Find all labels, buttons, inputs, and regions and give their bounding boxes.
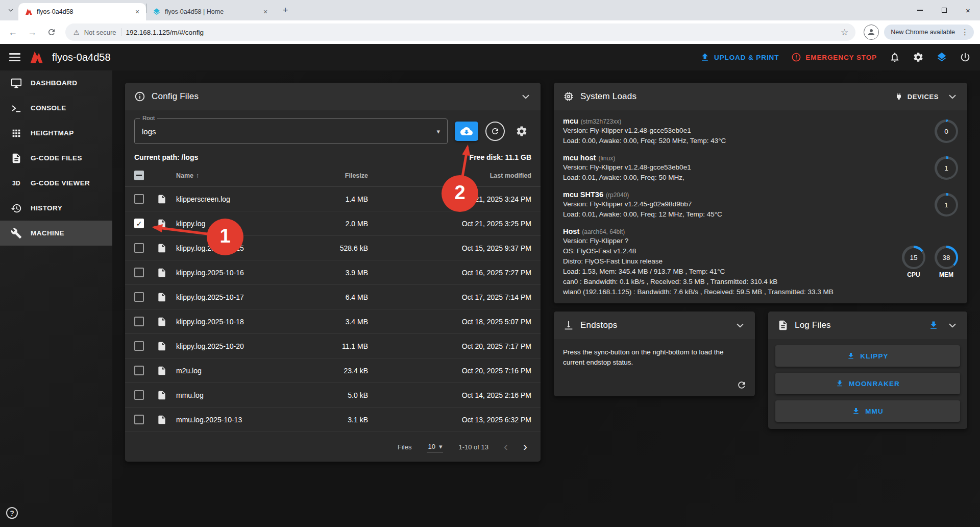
- row-checkbox[interactable]: [134, 366, 144, 375]
- heightmap-grid-icon: [11, 128, 22, 139]
- mcu-load-line: Load: 0.01, Awake: 0.00, Freq: 12 MHz, T…: [563, 209, 893, 220]
- window-controls: ×: [908, 0, 980, 20]
- row-checkbox[interactable]: [134, 194, 144, 204]
- file-settings-button[interactable]: [512, 122, 531, 141]
- root-select[interactable]: Root logs ▾: [134, 118, 448, 144]
- root-select-value: logs: [142, 127, 156, 136]
- log-files-title: Log Files: [795, 320, 831, 330]
- forward-button[interactable]: →: [23, 23, 41, 41]
- power-icon[interactable]: [960, 52, 971, 63]
- host-arch: (aarch64, 64bit): [582, 228, 625, 235]
- download-moonraker-log-button[interactable]: MOONRAKER: [775, 373, 960, 394]
- collapse-chevron-icon[interactable]: [734, 320, 746, 331]
- emergency-stop-button[interactable]: EMERGENCY STOP: [791, 52, 877, 62]
- bookmark-star-icon[interactable]: ☆: [839, 27, 850, 38]
- collapse-chevron-icon[interactable]: [947, 91, 958, 102]
- file-size: 5.0 kB: [307, 391, 368, 399]
- reload-button[interactable]: [43, 23, 60, 41]
- sidebar-item-gcode-files[interactable]: G-CODE FILES: [0, 146, 112, 171]
- next-page-button[interactable]: ›: [523, 441, 527, 453]
- settings-gear-icon[interactable]: [913, 52, 924, 63]
- download-all-logs-icon[interactable]: [928, 320, 939, 330]
- security-label[interactable]: Not secure: [84, 29, 116, 36]
- table-row[interactable]: mmu.log.2025-10-13 3.1 kB Oct 13, 2025 6…: [125, 408, 541, 432]
- row-checkbox[interactable]: [134, 268, 144, 277]
- prev-page-button[interactable]: ‹: [504, 441, 508, 453]
- table-row[interactable]: klippy.log 2.0 MB Oct 21, 2025 3:25 PM: [125, 211, 541, 236]
- sidebar-item-heightmap[interactable]: HEIGHTMAP: [0, 121, 112, 146]
- devices-button[interactable]: DEVICES: [895, 92, 939, 101]
- endstop-sync-button[interactable]: [737, 380, 747, 390]
- chrome-update-button[interactable]: New Chrome available ⋮: [884, 25, 974, 40]
- select-all-checkbox[interactable]: [134, 171, 144, 180]
- table-row[interactable]: mmu.log 5.0 kB Oct 14, 2025 2:16 PM: [125, 383, 541, 408]
- console-icon: [11, 103, 22, 114]
- menu-hamburger-icon[interactable]: [9, 53, 20, 61]
- table-row[interactable]: klipperscreen.log 1.4 MB Oct 21, 2025 3:…: [125, 187, 541, 211]
- download-mmu-log-button[interactable]: MMU: [775, 400, 960, 422]
- window-minimize-button[interactable]: [908, 0, 932, 20]
- back-button[interactable]: ←: [4, 23, 21, 41]
- host-load-line: Load: 1.53, Mem: 345.4 MB / 913.7 MB , T…: [563, 267, 893, 277]
- file-modified: Oct 16, 2025 7:27 PM: [445, 269, 531, 277]
- system-loads-title: System Loads: [580, 91, 636, 102]
- tab-close-icon[interactable]: ×: [133, 7, 142, 16]
- file-size: 23.4 kB: [307, 367, 368, 375]
- sidebar-item-machine[interactable]: MACHINE: [0, 221, 112, 246]
- flyos-logo-icon: [29, 50, 44, 65]
- table-row[interactable]: m2u.log 23.4 kB Oct 20, 2025 7:16 PM: [125, 358, 541, 383]
- sidebar-item-dashboard[interactable]: DASHBOARD: [0, 70, 112, 95]
- row-checkbox[interactable]: [134, 341, 144, 351]
- row-checkbox[interactable]: [134, 317, 144, 326]
- theme-layers-icon[interactable]: [936, 52, 947, 63]
- mcu-name: mcu host: [563, 154, 596, 162]
- url-bar[interactable]: ⚠ Not secure 192.168.1.125/m/#/config ☆: [65, 23, 855, 41]
- window-close-button[interactable]: ×: [956, 0, 980, 20]
- help-button[interactable]: ?: [6, 507, 18, 519]
- table-row[interactable]: klippy.log.2025-10-17 6.4 MB Oct 17, 202…: [125, 285, 541, 309]
- fluidd-favicon-icon: [153, 8, 161, 16]
- row-checkbox[interactable]: [134, 415, 144, 424]
- profile-avatar[interactable]: [864, 25, 879, 40]
- row-checkbox[interactable]: [134, 292, 144, 302]
- per-page-value: 10: [428, 443, 435, 450]
- emergency-stop-label: EMERGENCY STOP: [805, 54, 877, 61]
- host-version-line: Version: Fly-Klipper ?: [563, 236, 893, 246]
- table-row[interactable]: klippy.log.2025-10-15 528.6 kB Oct 15, 2…: [125, 236, 541, 260]
- mcu-load-gauge: 1: [935, 193, 958, 217]
- download-logs-button[interactable]: [455, 122, 478, 141]
- tab-close-icon[interactable]: ×: [261, 7, 270, 16]
- sidebar-item-gcode-viewer[interactable]: 3D G-CODE VIEWER: [0, 171, 112, 196]
- collapse-chevron-icon[interactable]: [947, 320, 958, 331]
- new-tab-button[interactable]: +: [278, 3, 292, 17]
- host-distro-line: Distro: FlyOS-Fast Linux release: [563, 256, 893, 267]
- row-checkbox[interactable]: [134, 243, 144, 253]
- browser-tab-home[interactable]: flyos-0a4d58 | Home ×: [146, 3, 274, 20]
- column-name[interactable]: Name↑: [176, 172, 307, 179]
- collapse-chevron-icon[interactable]: [520, 91, 531, 102]
- column-filesize[interactable]: Filesize: [307, 172, 368, 179]
- table-row[interactable]: klippy.log.2025-10-16 3.9 MB Oct 16, 202…: [125, 260, 541, 285]
- browser-menu-icon[interactable]: ⋮: [959, 28, 971, 37]
- row-checkbox[interactable]: [134, 390, 144, 400]
- mcu-version-line: Version: Fly-Klipper v1.2.48-gcce53eb0e1: [563, 162, 893, 173]
- window-maximize-button[interactable]: [932, 0, 956, 20]
- download-klippy-log-button[interactable]: KLIPPY: [775, 345, 960, 367]
- tab-list-chevron-icon[interactable]: [4, 4, 17, 17]
- file-modified: Oct 18, 2025 5:07 PM: [445, 318, 531, 326]
- column-last-modified[interactable]: Last modified: [445, 172, 531, 179]
- url-text[interactable]: 192.168.1.125/m/#/config: [126, 29, 834, 36]
- sidebar-item-history[interactable]: HISTORY: [0, 196, 112, 221]
- file-modified: Oct 15, 2025 9:37 PM: [445, 244, 531, 252]
- sidebar-item-console[interactable]: CONSOLE: [0, 95, 112, 121]
- table-row[interactable]: klippy.log.2025-10-20 11.1 MB Oct 20, 20…: [125, 334, 541, 358]
- row-checkbox-checked[interactable]: [134, 219, 144, 228]
- per-page-select[interactable]: 10 ▾: [427, 441, 443, 452]
- table-row[interactable]: klippy.log.2025-10-18 3.4 MB Oct 18, 202…: [125, 309, 541, 334]
- notifications-bell-icon[interactable]: [889, 52, 900, 63]
- file-icon: [157, 268, 167, 278]
- file-icon: [157, 390, 167, 400]
- upload-print-button[interactable]: UPLOAD & PRINT: [700, 52, 779, 62]
- browser-tab-active[interactable]: flyos-0a4d58 ×: [18, 3, 146, 20]
- refresh-button[interactable]: [485, 122, 505, 141]
